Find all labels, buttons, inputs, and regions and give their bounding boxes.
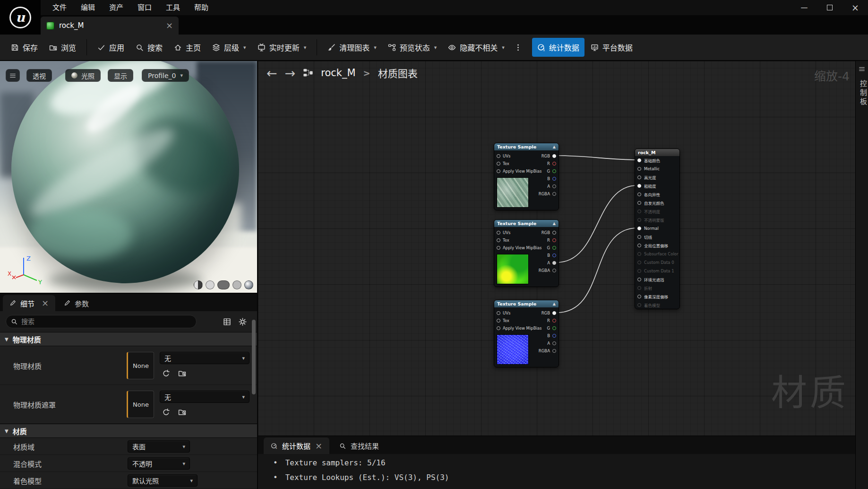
menu-tools[interactable]: 工具 bbox=[159, 0, 187, 15]
pin-icon[interactable] bbox=[552, 253, 556, 257]
breadcrumb-asset[interactable]: rock_M bbox=[321, 67, 355, 79]
clean-graph-button[interactable]: 清理图表 ▾ bbox=[322, 38, 382, 57]
preview-sphere[interactable] bbox=[11, 61, 239, 283]
input-pin-uvs[interactable]: UVs bbox=[497, 152, 510, 160]
output-pin-rgba[interactable]: RGBA bbox=[539, 267, 556, 274]
wire-roughness[interactable] bbox=[557, 185, 637, 262]
output-pin-rgb[interactable]: RGB bbox=[541, 229, 556, 236]
menu-asset[interactable]: 资产 bbox=[102, 0, 130, 15]
pin-custom-data-0[interactable]: Custom Data 0 bbox=[635, 258, 679, 267]
environment-toggle-icon[interactable] bbox=[244, 280, 253, 289]
search-button[interactable]: 搜索 bbox=[130, 38, 168, 57]
input-pin-uvs[interactable]: UVs bbox=[497, 309, 510, 317]
output-pin-r[interactable]: R bbox=[547, 236, 556, 244]
output-pin-a[interactable]: A bbox=[547, 183, 556, 190]
input-pin-mipbias[interactable]: Apply View MipBias bbox=[497, 324, 542, 332]
tab-details[interactable]: 细节 × bbox=[3, 295, 55, 311]
collapse-icon[interactable]: ▲ bbox=[553, 302, 556, 306]
input-pin-mipbias[interactable]: Apply View MipBias bbox=[497, 167, 542, 175]
menu-edit[interactable]: 编辑 bbox=[74, 0, 102, 15]
asset-tab-rock-m[interactable]: rock_M × bbox=[41, 17, 179, 35]
input-pin-tex[interactable]: Tex bbox=[497, 317, 509, 324]
pin-icon[interactable] bbox=[637, 303, 641, 307]
node-header[interactable]: Texture Sample ▲ bbox=[494, 220, 559, 227]
texture-sample-node-3[interactable]: Texture Sample ▲ UVs Tex Apply View MipB… bbox=[494, 300, 559, 367]
palette-expand-button[interactable] bbox=[856, 61, 868, 72]
use-selected-asset-button[interactable] bbox=[160, 368, 172, 379]
output-pin-r[interactable]: R bbox=[547, 317, 556, 324]
pin-pixel-depth-offset[interactable]: 像素深度偏移 bbox=[635, 292, 679, 301]
pin-icon[interactable] bbox=[637, 192, 641, 196]
exposure-toggle-icon[interactable] bbox=[194, 280, 203, 289]
details-search-input[interactable] bbox=[21, 318, 182, 325]
gear-icon[interactable] bbox=[239, 318, 247, 326]
profile-dropdown[interactable]: Profile_0 ▾ bbox=[142, 69, 189, 82]
light-toggle-icon[interactable] bbox=[206, 280, 215, 289]
material-result-node[interactable]: rock_M 基础颜色 Metallic 高光度 粗糙度 各向异性 自发光颜色 … bbox=[635, 148, 680, 309]
pin-icon[interactable] bbox=[552, 192, 556, 196]
browse-to-asset-button[interactable] bbox=[176, 407, 188, 418]
output-pin-g[interactable]: G bbox=[547, 244, 556, 252]
tab-find-results[interactable]: 查找结果 bbox=[332, 437, 386, 454]
output-pin-b[interactable]: B bbox=[547, 175, 556, 183]
grid-view-icon[interactable] bbox=[223, 318, 231, 326]
pin-specular[interactable]: 高光度 bbox=[635, 173, 679, 182]
pin-shading-model[interactable]: 着色模型 bbox=[635, 301, 679, 309]
pin-icon[interactable] bbox=[552, 326, 556, 330]
menu-window[interactable]: 窗口 bbox=[130, 0, 159, 15]
pin-icon[interactable] bbox=[552, 169, 556, 173]
pin-icon[interactable] bbox=[637, 269, 641, 273]
pin-normal[interactable]: Normal bbox=[635, 224, 679, 233]
physical-material-mask-dropdown[interactable]: 无 ▾ bbox=[160, 391, 249, 403]
material-preview-viewport[interactable]: 透视 光照 显示 Profile_0 ▾ Z Y X bbox=[0, 61, 257, 293]
pin-icon[interactable] bbox=[637, 286, 641, 290]
apply-button[interactable]: 应用 bbox=[92, 38, 129, 57]
input-pin-tex[interactable]: Tex bbox=[497, 236, 509, 244]
minimize-button[interactable]: — bbox=[791, 0, 817, 15]
physical-material-dropdown[interactable]: 无 ▾ bbox=[160, 352, 249, 364]
tab-close-icon[interactable]: × bbox=[166, 21, 173, 30]
output-pin-g[interactable]: G bbox=[547, 324, 556, 332]
pin-icon[interactable] bbox=[637, 278, 641, 281]
save-button[interactable]: 保存 bbox=[6, 38, 43, 57]
pin-icon[interactable] bbox=[497, 319, 500, 323]
pin-custom-data-1[interactable]: Custom Data 1 bbox=[635, 267, 679, 275]
wire-normal[interactable] bbox=[557, 228, 637, 313]
menu-file[interactable]: 文件 bbox=[45, 0, 74, 15]
section-material[interactable]: ▼ 材质 bbox=[0, 424, 257, 438]
perspective-button[interactable]: 透视 bbox=[26, 69, 52, 82]
pin-icon[interactable] bbox=[637, 235, 641, 239]
pin-icon[interactable] bbox=[637, 218, 641, 222]
output-pin-g[interactable]: G bbox=[547, 167, 556, 175]
pin-refraction[interactable]: 折射 bbox=[635, 284, 679, 292]
sphere-shape-icon[interactable] bbox=[232, 280, 241, 289]
back-arrow-icon[interactable]: ← bbox=[266, 67, 277, 79]
pin-icon[interactable] bbox=[497, 162, 500, 166]
pin-icon[interactable] bbox=[552, 162, 556, 166]
capsule-toggle-icon[interactable] bbox=[217, 280, 230, 289]
blend-mode-dropdown[interactable]: 不透明 ▾ bbox=[128, 457, 190, 470]
tab-close-icon[interactable]: × bbox=[42, 299, 49, 307]
pin-world-position-offset[interactable]: 全局位置偏移 bbox=[635, 241, 679, 250]
use-selected-asset-button[interactable] bbox=[160, 407, 172, 418]
pin-base-color[interactable]: 基础颜色 bbox=[635, 156, 679, 165]
toolbar-overflow-button[interactable] bbox=[511, 44, 525, 52]
pin-subsurface-color[interactable]: Subsurface Color bbox=[635, 250, 679, 258]
pin-icon[interactable] bbox=[637, 227, 641, 230]
pin-emissive[interactable]: 自发光颜色 bbox=[635, 199, 679, 207]
details-search-box[interactable] bbox=[6, 315, 197, 328]
hierarchy-button[interactable]: 层级 ▾ bbox=[207, 38, 251, 57]
input-pin-mipbias[interactable]: Apply View MipBias bbox=[497, 244, 542, 252]
pin-icon[interactable] bbox=[637, 158, 641, 162]
input-pin-uvs[interactable]: UVs bbox=[497, 229, 510, 236]
pin-icon[interactable] bbox=[637, 167, 641, 171]
output-pin-rgb[interactable]: RGB bbox=[541, 152, 556, 160]
pin-icon[interactable] bbox=[552, 334, 556, 338]
output-pin-a[interactable]: A bbox=[547, 259, 556, 267]
live-update-button[interactable]: 实时更新 ▾ bbox=[252, 38, 312, 57]
pin-icon[interactable] bbox=[497, 326, 500, 330]
breadcrumb-page[interactable]: 材质图表 bbox=[378, 66, 418, 80]
pin-ambient-occlusion[interactable]: 环境光遮挡 bbox=[635, 275, 679, 284]
output-pin-a[interactable]: A bbox=[547, 340, 556, 347]
output-pin-rgba[interactable]: RGBA bbox=[539, 347, 556, 355]
